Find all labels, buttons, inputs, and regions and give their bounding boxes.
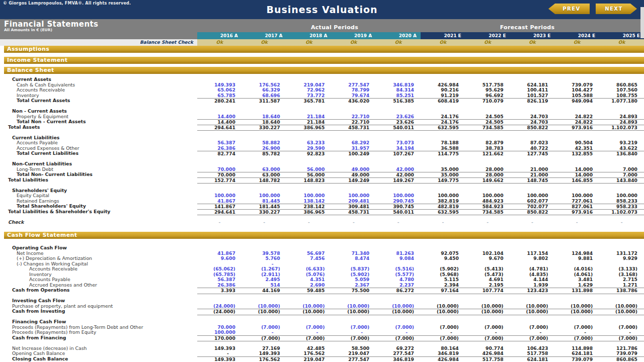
cell[interactable]: 82.774 — [197, 151, 242, 157]
cell[interactable]: 277.547 — [376, 351, 421, 356]
cell[interactable]: 949.094 — [554, 98, 599, 104]
cell[interactable]: - — [287, 330, 332, 335]
cell[interactable]: 100.000 — [331, 193, 376, 199]
cell[interactable]: 850.822 — [510, 209, 555, 216]
cell[interactable]: 710.079 — [465, 98, 510, 104]
cell[interactable]: 70.000 — [197, 167, 242, 172]
cell[interactable]: 100.000 — [465, 193, 510, 199]
cell[interactable]: 9.670 — [465, 256, 510, 261]
cell[interactable]: 330.227 — [242, 125, 287, 131]
cell[interactable]: (5.516) — [376, 266, 421, 272]
cell[interactable]: 149.775 — [421, 177, 465, 184]
cell[interactable]: 2.367 — [331, 283, 376, 288]
cell[interactable]: 4.691 — [465, 277, 510, 283]
cell[interactable]: - — [287, 220, 332, 225]
cell[interactable]: (10.000) — [510, 309, 555, 315]
cell[interactable]: 727.061 — [554, 199, 599, 204]
cell[interactable]: 5.115 — [421, 277, 465, 283]
cell[interactable]: 24.822 — [554, 114, 599, 120]
cell[interactable]: 9.929 — [599, 256, 644, 261]
cell[interactable]: 108.755 — [599, 93, 644, 99]
cell[interactable]: 346.819 — [421, 351, 465, 356]
cell[interactable]: 9.881 — [554, 256, 599, 261]
cell[interactable]: 436.020 — [331, 98, 376, 104]
cell[interactable]: (7.000) — [421, 335, 465, 342]
cell[interactable]: 149.393 — [242, 351, 287, 356]
cell[interactable]: 1.271 — [599, 283, 644, 288]
cell[interactable]: 632.595 — [421, 209, 465, 216]
cell[interactable]: 75.500 — [331, 288, 376, 294]
cell[interactable]: 624.181 — [554, 351, 599, 356]
cell[interactable]: (10.000) — [554, 304, 599, 309]
cell[interactable]: (5.902) — [421, 266, 465, 272]
cell[interactable]: 28.000 — [465, 167, 510, 172]
cell[interactable]: 2.690 — [287, 283, 332, 288]
cell[interactable]: 100.000 — [376, 193, 421, 199]
cell[interactable]: (3.133) — [599, 266, 644, 272]
cell[interactable]: 148.782 — [242, 177, 287, 184]
cell[interactable]: 114.775 — [421, 151, 465, 157]
cell[interactable]: 107.560 — [599, 87, 644, 93]
prev-button[interactable]: PREV — [548, 4, 590, 14]
cell[interactable]: 21.184 — [287, 114, 332, 120]
cell[interactable]: 458.731 — [331, 125, 376, 131]
cell[interactable]: (7.000) — [331, 325, 376, 330]
cell[interactable]: (10.000) — [421, 309, 465, 315]
cell[interactable]: (10.000) — [465, 309, 510, 315]
cell[interactable]: 2.237 — [376, 283, 421, 288]
cell[interactable]: 100.249 — [331, 151, 376, 157]
cell[interactable]: (10.000) — [421, 304, 465, 309]
cell[interactable]: 82.879 — [465, 140, 510, 146]
cell[interactable]: (24.000) — [197, 309, 242, 315]
cell[interactable]: 84.314 — [376, 87, 421, 93]
cell[interactable]: 149.393 — [197, 346, 242, 351]
cell[interactable]: (10.000) — [376, 304, 421, 309]
cell[interactable]: 97.164 — [421, 288, 465, 294]
cell[interactable]: 484.923 — [465, 199, 510, 204]
cell[interactable]: 34.194 — [376, 146, 421, 151]
cell[interactable]: (4.016) — [554, 266, 599, 272]
cell[interactable]: 100.000 — [287, 193, 332, 199]
cell[interactable]: 517.758 — [465, 356, 510, 362]
cell[interactable]: (10.000) — [242, 309, 287, 315]
cell[interactable]: 3.393 — [197, 288, 242, 294]
cell[interactable]: - — [331, 220, 376, 225]
cell[interactable]: (4.835) — [510, 272, 555, 278]
cell[interactable]: 386.965 — [287, 209, 332, 216]
cell[interactable]: 121.662 — [465, 151, 510, 157]
cell[interactable]: 517.758 — [510, 351, 555, 356]
cell[interactable]: 23.626 — [376, 114, 421, 120]
cell[interactable]: 149.662 — [465, 177, 510, 184]
cell[interactable]: 123.423 — [510, 288, 555, 294]
cell[interactable]: 602.077 — [510, 199, 555, 204]
cell[interactable]: 78.799 — [331, 87, 376, 93]
cell[interactable]: 100.000 — [599, 193, 644, 199]
cell[interactable]: 100.000 — [421, 193, 465, 199]
cell[interactable]: 35.000 — [421, 167, 465, 172]
cell[interactable]: 826.119 — [510, 98, 555, 104]
cell[interactable]: 66.329 — [242, 87, 287, 93]
cell[interactable]: 7.000 — [599, 167, 644, 172]
cell[interactable]: 149.393 — [197, 356, 242, 362]
cell[interactable]: 41.867 — [197, 199, 242, 204]
cell[interactable]: 170.000 — [197, 335, 242, 342]
cell[interactable]: 9.600 — [197, 256, 242, 261]
cell[interactable]: 9.802 — [510, 256, 555, 261]
cell[interactable]: - — [599, 220, 644, 225]
cell[interactable]: 43.622 — [599, 146, 644, 151]
cell[interactable]: 14.000 — [554, 167, 599, 172]
cell[interactable]: 42.351 — [554, 146, 599, 151]
cell[interactable]: 540.011 — [376, 125, 421, 131]
cell[interactable]: 63.000 — [242, 167, 287, 172]
cell[interactable]: 58.882 — [242, 140, 287, 146]
cell[interactable]: 56.387 — [197, 277, 242, 283]
cell[interactable]: (7.000) — [287, 335, 332, 342]
cell[interactable]: 1.939 — [510, 283, 555, 288]
cell[interactable]: 346.819 — [376, 356, 421, 362]
cell[interactable]: 1.102.073 — [599, 209, 644, 216]
cell[interactable]: 68.696 — [242, 93, 287, 99]
cell[interactable]: 734.585 — [465, 209, 510, 216]
cell[interactable]: 65.785 — [197, 93, 242, 99]
cell[interactable]: 365.781 — [287, 98, 332, 104]
cell[interactable]: 117.154 — [510, 251, 555, 256]
